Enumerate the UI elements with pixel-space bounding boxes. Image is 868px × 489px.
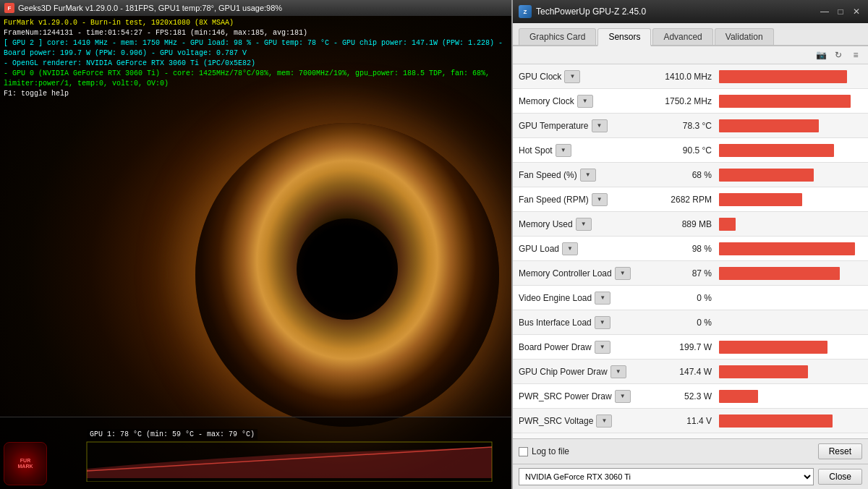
sensor-row: PWR_SRC Voltage▼11.4 V xyxy=(513,409,868,433)
sensor-dropdown-btn[interactable]: ▼ xyxy=(556,144,571,157)
sensor-name-text: PWR_SRC Voltage xyxy=(519,416,593,426)
sensor-bar-container xyxy=(719,365,868,378)
furmark-window: F Geeks3D FurMark v1.29.0.0 - 181FPS, GP… xyxy=(0,0,511,489)
sensor-dropdown-btn[interactable]: ▼ xyxy=(592,119,608,132)
sensor-bar xyxy=(719,119,819,132)
gpuz-panel: Z TechPowerUp GPU-Z 2.45.0 — □ ✕ Graphic… xyxy=(511,0,868,489)
furmark-overlay: FurMark v1.29.0.0 - Burn-in test, 1920x1… xyxy=(4,18,511,99)
sensor-dropdown-btn[interactable]: ▼ xyxy=(577,95,593,108)
sensor-dropdown-btn[interactable]: ▼ xyxy=(610,365,626,378)
fm-line-5: - GPU 0 (NVIDIA GeForce RTX 3060 Ti) - c… xyxy=(4,69,511,89)
gpuz-icons-row: 📷 ↻ ≡ xyxy=(513,46,868,64)
sensor-name-text: Bus Interface Load xyxy=(519,318,592,328)
sensor-name-text: GPU Clock xyxy=(519,72,561,82)
log-checkbox[interactable] xyxy=(519,447,528,456)
sensor-value-cell: 68 % xyxy=(654,170,719,180)
sensor-bar xyxy=(719,218,736,231)
sensor-dropdown-btn[interactable]: ▼ xyxy=(564,70,580,83)
menu-icon[interactable]: ≡ xyxy=(849,48,862,61)
sensor-row: Memory Controller Load▼87 % xyxy=(513,261,868,286)
sensor-dropdown-btn[interactable]: ▼ xyxy=(615,267,631,280)
sensor-name-cell: Video Engine Load▼ xyxy=(513,292,654,305)
sensor-row: Fan Speed (%)▼68 % xyxy=(513,163,868,187)
tab-validation[interactable]: Validation xyxy=(715,28,774,45)
sensor-bar-container xyxy=(719,316,868,329)
sensor-bar-container xyxy=(719,70,868,83)
eye-pupil xyxy=(297,218,398,320)
sensor-value-cell: 11.4 V xyxy=(654,416,719,426)
sensor-row: Board Power Draw▼199.7 W xyxy=(513,335,868,360)
sensor-bar xyxy=(719,390,758,403)
sensor-bar xyxy=(719,169,814,182)
close-button[interactable]: Close xyxy=(818,469,862,485)
sensor-value-cell: 0 % xyxy=(654,318,719,328)
sensor-value-cell: 889 MB xyxy=(654,219,719,229)
sensor-row: Memory Clock▼1750.2 MHz xyxy=(513,89,868,114)
refresh-icon[interactable]: ↻ xyxy=(832,48,845,61)
sensor-bar xyxy=(719,193,802,206)
sensor-bar xyxy=(719,70,847,83)
sensor-name-text: PWR_SRC Power Draw xyxy=(519,391,612,401)
tab-graphics-card[interactable]: Graphics Card xyxy=(519,28,596,45)
device-selector[interactable]: NVIDIA GeForce RTX 3060 Ti xyxy=(519,468,814,485)
sensor-bar xyxy=(719,341,827,354)
fm-line-3: [ GPU 2 ] core: 1410 MHz - mem: 1750 MHz… xyxy=(4,38,511,59)
sensor-name-text: Memory Used xyxy=(519,219,573,229)
furmark-logo: FURMARK xyxy=(4,442,47,485)
sensor-value-cell: 1410.0 MHz xyxy=(654,72,719,82)
sensor-bar xyxy=(719,414,833,428)
sensor-name-cell: Bus Interface Load▼ xyxy=(513,316,654,329)
gpuz-tabs: Graphics Card Sensors Advanced Validatio… xyxy=(513,23,868,46)
sensor-name-cell: PWR_SRC Power Draw▼ xyxy=(513,390,654,403)
sensor-row: GPU Temperature▼78.3 °C xyxy=(513,114,868,138)
gpuz-title: TechPowerUp GPU-Z 2.45.0 xyxy=(536,7,814,17)
sensor-value-cell: 78.3 °C xyxy=(654,121,719,131)
sensor-dropdown-btn[interactable]: ▼ xyxy=(595,316,610,329)
sensor-dropdown-btn[interactable]: ▼ xyxy=(595,341,610,354)
gpuz-titlebar: Z TechPowerUp GPU-Z 2.45.0 — □ ✕ xyxy=(513,0,868,23)
fm-line-6: F1: toggle help xyxy=(4,89,511,99)
sensor-dropdown-btn[interactable]: ▼ xyxy=(595,292,610,305)
sensor-value-cell: 98 % xyxy=(654,244,719,254)
sensor-dropdown-btn[interactable]: ▼ xyxy=(592,193,608,206)
sensor-value-cell: 199.7 W xyxy=(654,342,719,352)
sensor-dropdown-btn[interactable]: ▼ xyxy=(580,169,596,182)
sensor-name-cell: GPU Temperature▼ xyxy=(513,119,654,132)
eye-iris xyxy=(195,123,499,427)
sensor-name-text: Memory Controller Load xyxy=(519,268,612,278)
sensor-dropdown-btn[interactable]: ▼ xyxy=(576,218,592,231)
sensor-value-cell: 90.5 °C xyxy=(654,145,719,156)
sensor-dropdown-btn[interactable]: ▼ xyxy=(596,414,612,428)
sensor-bar-container xyxy=(719,193,868,206)
reset-button[interactable]: Reset xyxy=(818,443,862,459)
sensor-bar xyxy=(719,242,855,255)
sensor-dropdown-btn[interactable]: ▼ xyxy=(562,242,578,255)
sensor-dropdown-btn[interactable]: ▼ xyxy=(615,390,631,403)
minimize-button[interactable]: — xyxy=(819,6,830,17)
sensor-bar xyxy=(719,144,834,157)
sensor-name-cell: GPU Chip Power Draw▼ xyxy=(513,365,654,378)
camera-icon[interactable]: 📷 xyxy=(814,48,827,61)
sensor-name-cell: PWR_SRC Voltage▼ xyxy=(513,414,654,428)
log-label: Log to file xyxy=(532,446,569,456)
sensor-bar-container xyxy=(719,267,868,280)
sensor-name-cell: Memory Clock▼ xyxy=(513,95,654,108)
sensor-name-cell: GPU Clock▼ xyxy=(513,70,654,83)
sensor-bar-container xyxy=(719,95,868,108)
sensor-row: Video Engine Load▼0 % xyxy=(513,286,868,310)
tab-advanced[interactable]: Advanced xyxy=(652,28,712,45)
sensor-bar-container xyxy=(719,414,868,428)
tab-sensors[interactable]: Sensors xyxy=(597,28,651,46)
sensor-bar xyxy=(719,267,840,280)
furmark-title: Geeks3D FurMark v1.29.0.0 - 181FPS, GPU1… xyxy=(18,4,282,12)
gpuz-sensors-list: GPU Clock▼1410.0 MHzMemory Clock▼1750.2 … xyxy=(513,64,868,438)
sensor-bar-container xyxy=(719,292,868,305)
sensor-name-text: Board Power Draw xyxy=(519,342,592,352)
sensor-bar-container xyxy=(719,169,868,182)
close-window-button[interactable]: ✕ xyxy=(851,6,862,17)
maximize-button[interactable]: □ xyxy=(835,6,846,17)
sensor-row: PWR_SRC Power Draw▼52.3 W xyxy=(513,384,868,409)
sensor-row: GPU Clock▼1410.0 MHz xyxy=(513,64,868,89)
gpuz-device-row: NVIDIA GeForce RTX 3060 Ti Close xyxy=(513,464,868,489)
furmark-titlebar: F Geeks3D FurMark v1.29.0.0 - 181FPS, GP… xyxy=(0,0,511,16)
